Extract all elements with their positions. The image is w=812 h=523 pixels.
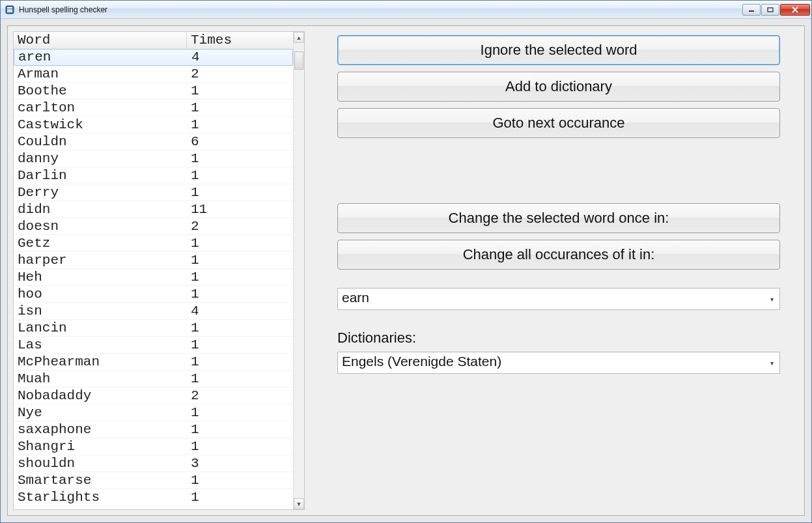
table-row[interactable]: Smartarse1 <box>14 472 293 489</box>
ignore-button[interactable]: Ignore the selected word <box>337 35 780 65</box>
table-row[interactable]: Darlin1 <box>14 167 293 184</box>
cell-times: 1 <box>187 489 293 506</box>
table-row[interactable]: harper1 <box>14 252 293 269</box>
cell-times: 12 <box>187 506 293 510</box>
app-icon <box>5 5 15 15</box>
cell-times: 1 <box>187 404 293 421</box>
cell-word: Arman <box>14 66 187 83</box>
table-row[interactable]: Arman2 <box>14 66 293 83</box>
cell-word: Derry <box>14 184 187 201</box>
cell-word: ve <box>14 506 187 510</box>
cell-word: Las <box>14 337 187 354</box>
word-list-header[interactable]: Word Times <box>14 32 293 49</box>
cell-times: 1 <box>187 235 293 252</box>
cell-word: hoo <box>14 286 187 303</box>
titlebar[interactable]: Hunspell spelling checker <box>1 1 811 19</box>
cell-word: Couldn <box>14 134 187 150</box>
dictionaries-value: Engels (Verenigde Staten) <box>342 354 501 369</box>
table-row[interactable]: Castwick1 <box>14 117 293 134</box>
scroll-thumb[interactable] <box>294 51 303 70</box>
cell-word: Starlights <box>14 489 187 506</box>
table-row[interactable]: Las1 <box>14 337 293 354</box>
table-row[interactable]: Getz1 <box>14 235 293 252</box>
table-row[interactable]: doesn2 <box>14 218 293 235</box>
table-row[interactable]: shouldn3 <box>14 455 293 472</box>
cell-word: Nye <box>14 404 187 421</box>
header-word[interactable]: Word <box>14 32 187 49</box>
cell-word: Smartarse <box>14 472 187 489</box>
header-times[interactable]: Times <box>187 32 293 49</box>
cell-times: 1 <box>187 320 293 337</box>
table-row[interactable]: aren4 <box>14 49 293 66</box>
svg-rect-1 <box>7 7 12 8</box>
table-row[interactable]: carlton1 <box>14 100 293 117</box>
table-row[interactable]: Nye1 <box>14 404 293 421</box>
cell-word: Castwick <box>14 117 187 134</box>
table-row[interactable]: danny1 <box>14 150 293 167</box>
cell-times: 1 <box>187 421 293 438</box>
cell-times: 1 <box>187 184 293 201</box>
table-row[interactable]: Derry1 <box>14 184 293 201</box>
word-list-rows: aren4Arman2Boothe1carlton1Castwick1Could… <box>14 49 293 509</box>
replacement-combo[interactable]: earn ▾ <box>337 288 780 310</box>
table-row[interactable]: Nobadaddy2 <box>14 388 293 404</box>
table-row[interactable]: Lancin1 <box>14 320 293 337</box>
minimize-button[interactable] <box>742 4 761 16</box>
actions-panel: Ignore the selected word Add to dictiona… <box>337 31 798 510</box>
vertical-scrollbar[interactable]: ▲ ▼ <box>293 32 304 509</box>
spacer <box>337 145 798 203</box>
cell-word: Boothe <box>14 83 187 100</box>
cell-word: aren <box>14 49 188 66</box>
table-row[interactable]: McPhearman1 <box>14 354 293 371</box>
cell-word: saxaphone <box>14 421 187 438</box>
cell-times: 2 <box>187 66 293 83</box>
scroll-up-button[interactable]: ▲ <box>294 32 304 43</box>
svg-rect-3 <box>749 10 754 12</box>
table-row[interactable]: isn4 <box>14 303 293 320</box>
app-window: Hunspell spelling checker Word Times <box>0 0 812 523</box>
svg-rect-2 <box>7 9 12 12</box>
change-once-button[interactable]: Change the selected word once in: <box>337 203 780 233</box>
goto-next-button[interactable]: Goto next occurance <box>337 108 780 138</box>
change-all-button[interactable]: Change all occurances of it in: <box>337 240 780 270</box>
chevron-down-icon: ▾ <box>770 296 777 302</box>
cell-times: 11 <box>187 201 293 218</box>
add-to-dictionary-button[interactable]: Add to dictionary <box>337 72 780 102</box>
cell-times: 1 <box>187 150 293 167</box>
cell-word: Darlin <box>14 167 187 184</box>
cell-times: 1 <box>187 354 293 371</box>
scroll-down-button[interactable]: ▼ <box>294 498 304 509</box>
table-row[interactable]: hoo1 <box>14 286 293 303</box>
table-row[interactable]: ve12 <box>14 506 293 509</box>
cell-times: 1 <box>187 167 293 184</box>
table-row[interactable]: Boothe1 <box>14 83 293 100</box>
table-row[interactable]: Shangri1 <box>14 438 293 455</box>
cell-times: 1 <box>187 472 293 489</box>
cell-word: carlton <box>14 100 187 117</box>
table-row[interactable]: Muah1 <box>14 371 293 388</box>
cell-word: Getz <box>14 235 187 252</box>
cell-times: 1 <box>187 117 293 134</box>
replacement-value: earn <box>342 290 369 305</box>
cell-times: 1 <box>187 438 293 455</box>
table-row[interactable]: didn11 <box>14 201 293 218</box>
cell-times: 4 <box>188 49 292 66</box>
cell-word: McPhearman <box>14 354 187 371</box>
cell-times: 4 <box>187 303 293 320</box>
close-button[interactable] <box>780 4 810 16</box>
cell-word: didn <box>14 201 187 218</box>
client-area: Word Times aren4Arman2Boothe1carlton1Cas… <box>1 19 811 522</box>
table-row[interactable]: Couldn6 <box>14 134 293 150</box>
word-list-body: Word Times aren4Arman2Boothe1carlton1Cas… <box>14 32 293 509</box>
cell-word: Lancin <box>14 320 187 337</box>
cell-word: Shangri <box>14 438 187 455</box>
cell-word: shouldn <box>14 455 187 472</box>
table-row[interactable]: Heh1 <box>14 269 293 286</box>
table-row[interactable]: saxaphone1 <box>14 421 293 438</box>
dictionaries-combo[interactable]: Engels (Verenigde Staten) ▾ <box>337 352 780 374</box>
maximize-button[interactable] <box>761 4 779 16</box>
cell-word: doesn <box>14 218 187 235</box>
table-row[interactable]: Starlights1 <box>14 489 293 506</box>
word-list[interactable]: Word Times aren4Arman2Boothe1carlton1Cas… <box>13 31 305 510</box>
cell-word: Muah <box>14 371 187 388</box>
